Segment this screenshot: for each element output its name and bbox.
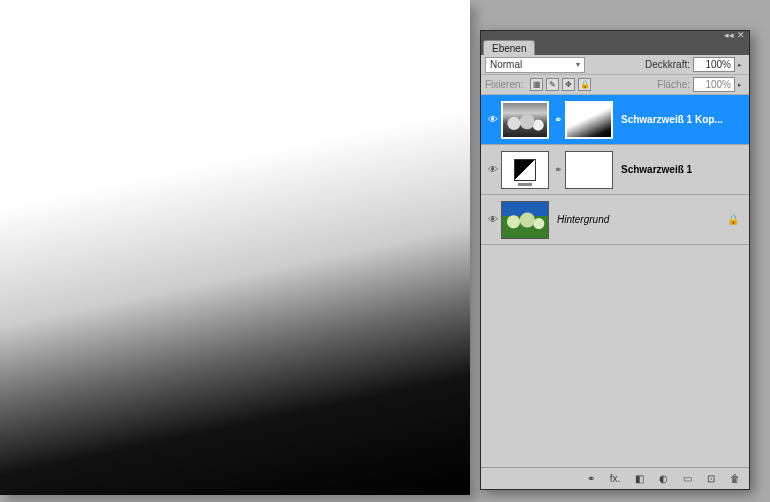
lock-brush-icon[interactable]: ✎ <box>546 78 559 91</box>
lock-transparency-icon[interactable]: ▦ <box>530 78 543 91</box>
trash-icon[interactable]: 🗑 <box>727 472 743 486</box>
layer-name[interactable]: Schwarzweiß 1 <box>617 164 745 175</box>
layer-mask-thumbnail[interactable] <box>565 151 613 189</box>
panel-menu-icon[interactable]: ◂◂ <box>724 31 734 39</box>
layer-name[interactable]: Schwarzweiß 1 Kop... <box>617 114 745 125</box>
layer-thumbnail[interactable] <box>501 151 549 189</box>
link-mask-icon[interactable]: ⚭ <box>553 114 563 125</box>
chevron-down-icon: ▾ <box>576 60 580 69</box>
add-mask-icon[interactable]: ◧ <box>631 472 647 486</box>
panel-body: Normal ▾ Deckkraft: 100% ▸ Fixieren: ▦ ✎… <box>481 55 749 489</box>
fill-label: Fläche: <box>657 79 690 90</box>
fill-input[interactable]: 100% <box>693 77 735 92</box>
layer-row[interactable]: 👁 Hintergrund 🔒 <box>481 195 749 245</box>
blend-mode-select[interactable]: Normal ▾ <box>485 57 585 73</box>
opacity-input[interactable]: 100% <box>693 57 735 72</box>
layer-thumbnail[interactable] <box>501 101 549 139</box>
lock-fill-row: Fixieren: ▦ ✎ ✥ 🔒 Fläche: 100% ▸ <box>481 75 749 95</box>
new-layer-icon[interactable]: ⊡ <box>703 472 719 486</box>
lock-label: Fixieren: <box>485 79 523 90</box>
layer-row[interactable]: 👁 ⚭ Schwarzweiß 1 <box>481 145 749 195</box>
layer-thumbnail[interactable] <box>501 201 549 239</box>
tab-layers[interactable]: Ebenen <box>483 40 535 55</box>
blend-mode-value: Normal <box>490 59 522 70</box>
layer-mask-thumbnail[interactable] <box>565 101 613 139</box>
lock-move-icon[interactable]: ✥ <box>562 78 575 91</box>
link-mask-icon[interactable]: ⚭ <box>553 164 563 175</box>
canvas-gradient-content <box>0 0 470 495</box>
link-layers-icon[interactable]: ⚭ <box>583 472 599 486</box>
document-canvas[interactable] <box>0 0 470 495</box>
visibility-eye-icon[interactable]: 👁 <box>485 114 501 125</box>
panel-titlebar[interactable]: ◂◂ ✕ <box>481 31 749 39</box>
layer-name[interactable]: Hintergrund <box>553 214 725 225</box>
fx-icon[interactable]: fx. <box>607 472 623 486</box>
panel-tabbar: Ebenen <box>481 39 749 55</box>
group-icon[interactable]: ▭ <box>679 472 695 486</box>
adjustment-layer-icon[interactable]: ◐ <box>655 472 671 486</box>
layers-list: 👁 ⚭ Schwarzweiß 1 Kop... 👁 ⚭ Schwarzweiß… <box>481 95 749 467</box>
opacity-arrow-icon[interactable]: ▸ <box>735 57 745 72</box>
lock-icon: 🔒 <box>725 214 741 225</box>
visibility-eye-icon[interactable]: 👁 <box>485 214 501 225</box>
blend-opacity-row: Normal ▾ Deckkraft: 100% ▸ <box>481 55 749 75</box>
fill-arrow-icon[interactable]: ▸ <box>735 77 745 92</box>
layers-panel: ◂◂ ✕ Ebenen Normal ▾ Deckkraft: 100% ▸ F… <box>480 30 750 490</box>
panel-close-icon[interactable]: ✕ <box>737 31 745 39</box>
lock-icons-group: ▦ ✎ ✥ 🔒 <box>530 78 591 91</box>
opacity-value: 100% <box>705 59 731 70</box>
opacity-label: Deckkraft: <box>645 59 690 70</box>
lock-all-icon[interactable]: 🔒 <box>578 78 591 91</box>
fill-value: 100% <box>705 79 731 90</box>
layer-row[interactable]: 👁 ⚭ Schwarzweiß 1 Kop... <box>481 95 749 145</box>
panel-footer: ⚭ fx. ◧ ◐ ▭ ⊡ 🗑 <box>481 467 749 489</box>
visibility-eye-icon[interactable]: 👁 <box>485 164 501 175</box>
